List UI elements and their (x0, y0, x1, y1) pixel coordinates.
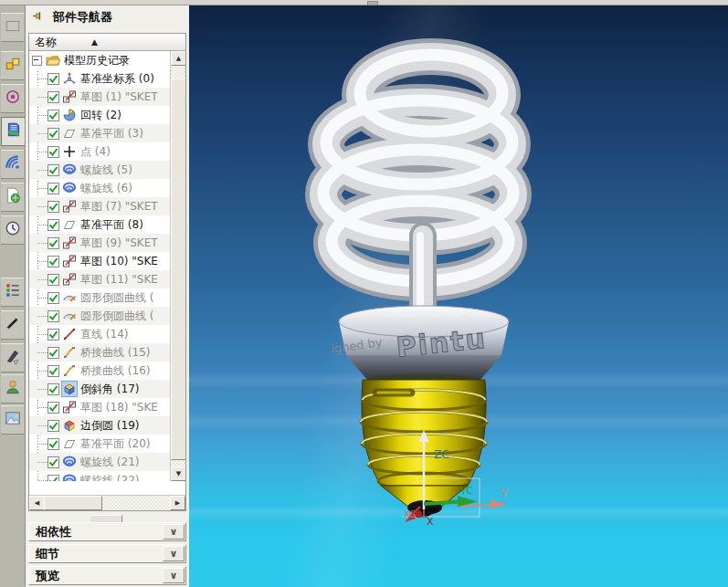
tree-row[interactable]: 螺旋线 (22) (29, 471, 170, 481)
zc-axis-label: ZC (434, 448, 449, 461)
sort-ascending-icon[interactable]: ▲ (91, 37, 98, 47)
reuse-library-icon (1, 187, 21, 207)
graphics-viewport[interactable]: igned by Pintu (189, 5, 728, 587)
resource-bar (0, 5, 26, 587)
bridge-curve-icon (62, 345, 77, 360)
chevron-down-icon[interactable]: ∨ (163, 546, 185, 561)
section-label: 细节 (29, 546, 163, 562)
tree-row[interactable]: 草图 (9) "SKET (29, 234, 170, 252)
pen-tool-button[interactable] (1, 343, 24, 372)
part-navigator-button[interactable] (1, 117, 26, 146)
feature-checkbox[interactable] (47, 110, 59, 121)
csys-icon (62, 71, 77, 86)
tree-row[interactable]: 基准平面 (20) (29, 435, 170, 453)
tree-row[interactable]: 边倒圆 (19) (29, 416, 170, 435)
feature-checkbox[interactable] (47, 310, 59, 322)
feature-checkbox[interactable] (47, 383, 59, 395)
tree-row[interactable]: 螺旋线 (21) (29, 453, 170, 471)
feature-checkbox[interactable] (47, 91, 59, 103)
tree-row[interactable]: 草图 (11) "SKE (29, 270, 170, 288)
feature-checkbox[interactable] (47, 402, 59, 414)
tree-rows: 模型历史记录 基准坐标系 (0)草图 (1) "SKET回转 (2)基准平面 (… (29, 51, 170, 481)
feature-checkbox[interactable] (47, 438, 59, 450)
scroll-left-button[interactable]: ◀ (29, 496, 45, 510)
feature-checkbox[interactable] (47, 420, 59, 432)
tree-row[interactable]: 圆形倒圆曲线 ( (29, 288, 170, 307)
scroll-down-button[interactable]: ▼ (171, 466, 185, 481)
datum-plane-icon (62, 126, 77, 141)
chamfer-icon (62, 382, 77, 396)
chevron-down-icon[interactable]: ∨ (163, 524, 185, 540)
tree-row[interactable]: 草图 (18) "SKE (29, 398, 170, 416)
feature-checkbox[interactable] (47, 201, 59, 213)
scroll-right-button[interactable]: ▶ (170, 496, 185, 510)
tree-vertical-scrollbar[interactable]: ▲ ▼ (170, 51, 185, 481)
feature-checkbox[interactable] (47, 256, 59, 267)
feature-checkbox[interactable] (47, 164, 59, 176)
tree-guide (37, 425, 47, 426)
chevron-down-icon[interactable]: ∨ (163, 568, 185, 583)
tree-row[interactable]: 螺旋线 (5) (29, 161, 170, 179)
feature-checkbox[interactable] (47, 329, 59, 341)
feature-checkbox[interactable] (47, 183, 59, 194)
tree-guide (37, 462, 47, 463)
bulb-metal-band: igned by Pintu (330, 306, 509, 381)
tree-row-label: 基准平面 (3) (80, 126, 143, 142)
reuse-library-button[interactable] (1, 183, 24, 212)
tree-row[interactable]: 直线 (14) (29, 325, 170, 343)
tree-row[interactable]: 基准坐标系 (0) (29, 69, 170, 88)
roles-icon (1, 379, 21, 399)
tree-root-row[interactable]: 模型历史记录 (29, 51, 170, 69)
image-button[interactable] (1, 405, 24, 435)
tree-row[interactable]: 基准平面 (8) (29, 215, 170, 234)
tree-row-label: 螺旋线 (21) (80, 455, 139, 470)
partial-button[interactable] (1, 13, 24, 42)
tree-column-header[interactable]: 名称 ▲ (29, 34, 185, 51)
tree-row[interactable]: 回转 (2) (29, 106, 170, 124)
constraint-navigator-button[interactable] (1, 84, 24, 113)
tree-row[interactable]: 圆形倒圆曲线 ( (29, 307, 170, 325)
tree-row[interactable]: 点 (4) (29, 142, 170, 161)
tree-horizontal-scrollbar[interactable]: ◀ ▶ (29, 495, 185, 510)
feature-checkbox[interactable] (47, 237, 59, 249)
web-browser-button[interactable] (1, 150, 24, 179)
feature-checkbox[interactable] (47, 347, 59, 359)
history-button[interactable] (1, 215, 24, 245)
feature-checkbox[interactable] (47, 475, 59, 482)
tree-row[interactable]: 桥接曲线 (16) (29, 362, 170, 380)
tree-root-label: 模型历史记录 (64, 53, 130, 68)
collapse-expander-icon[interactable] (32, 56, 42, 66)
tree-row[interactable]: 基准平面 (3) (29, 124, 170, 142)
roles-button[interactable] (1, 374, 24, 404)
feature-checkbox[interactable] (47, 128, 59, 140)
tree-row[interactable]: 草图 (10) "SKE (29, 252, 170, 270)
tree-row-label: 螺旋线 (6) (80, 181, 132, 196)
tree-row[interactable]: 螺旋线 (6) (29, 179, 170, 197)
xc-axis-label: XC (404, 509, 416, 519)
feature-checkbox[interactable] (47, 274, 59, 286)
feature-checkbox[interactable] (47, 219, 59, 231)
feature-checkbox[interactable] (47, 365, 59, 377)
3d-model-canvas[interactable]: igned by Pintu (189, 5, 728, 587)
sketch-icon (62, 254, 77, 268)
scroll-up-button[interactable]: ▲ (171, 51, 185, 66)
horizontal-scroll-thumb[interactable] (44, 496, 102, 510)
tree-row[interactable]: 倒斜角 (17) (29, 380, 170, 398)
pin-icon[interactable] (32, 9, 46, 26)
feature-checkbox[interactable] (47, 456, 59, 468)
section-bar[interactable]: 细节∨ (28, 544, 186, 563)
section-bar[interactable]: 相依性∨ (28, 522, 186, 541)
feature-checkbox[interactable] (47, 73, 59, 85)
helix-icon (62, 162, 77, 177)
palette-button[interactable] (1, 278, 24, 307)
pencil-button[interactable] (1, 310, 24, 340)
vertical-scroll-thumb[interactable] (171, 79, 185, 460)
feature-checkbox[interactable] (47, 146, 59, 158)
assembly-navigator-button[interactable] (1, 51, 24, 80)
feature-checkbox[interactable] (47, 292, 59, 304)
tree-row[interactable]: 草图 (7) "SKET (29, 197, 170, 215)
tree-row[interactable]: 草图 (1) "SKET (29, 88, 170, 106)
tree-row[interactable]: 桥接曲线 (15) (29, 343, 170, 362)
tree-row-label: 草图 (11) "SKE (80, 272, 158, 288)
section-bar[interactable]: 预览∨ (28, 566, 186, 585)
